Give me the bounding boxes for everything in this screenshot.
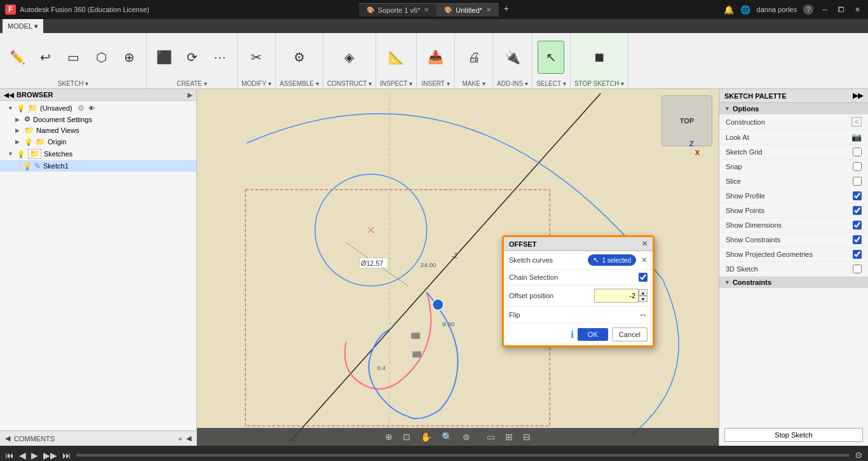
tab-soporte-close[interactable]: ✕: [424, 6, 429, 13]
palette-row-look-at[interactable]: Look At 📷: [719, 130, 868, 145]
canvas-btn-grid-toggle[interactable]: ⊞: [503, 432, 515, 442]
selected-badge[interactable]: ↖ 1 selected: [588, 254, 636, 266]
globe-icon[interactable]: 🌐: [740, 5, 750, 15]
clear-selection-btn[interactable]: ✕: [641, 256, 648, 265]
tree-item-origin[interactable]: ▶ 💡 📁 Origin: [0, 136, 196, 148]
3d-sketch-checkbox[interactable]: [853, 265, 862, 273]
tab-untitled-close[interactable]: ✕: [486, 6, 491, 13]
create-group-label[interactable]: CREATE ▾: [177, 80, 207, 87]
help-icon[interactable]: ?: [803, 4, 813, 15]
playbar-settings[interactable]: ⚙: [855, 450, 863, 460]
visibility-icon[interactable]: 👁: [88, 105, 95, 112]
palette-row-sketch-grid[interactable]: Sketch Grid: [719, 145, 868, 160]
dialog-close-icon[interactable]: ✕: [642, 240, 648, 248]
notifications-icon[interactable]: 🔔: [724, 5, 734, 15]
show-profile-checkbox[interactable]: [853, 191, 862, 200]
offset-spin-up[interactable]: ▲: [639, 289, 648, 296]
make-group-label[interactable]: MAKE ▾: [462, 80, 485, 87]
inspect-group-label[interactable]: INSPECT ▾: [380, 80, 412, 87]
palette-row-show-points[interactable]: Show Points: [719, 203, 868, 218]
addins-group-label[interactable]: ADD-INS ▾: [497, 80, 528, 87]
insert-group-label[interactable]: INSERT ▾: [421, 80, 449, 87]
palette-row-construction[interactable]: Construction <: [719, 114, 868, 130]
create-extrude-btn[interactable]: ⬛: [151, 41, 177, 74]
tree-item-sketch1[interactable]: 💡 ✎ Sketch1: [0, 160, 196, 172]
play-forward[interactable]: ▶: [31, 450, 38, 460]
browser-collapse-icon[interactable]: ◀◀: [4, 92, 14, 99]
canvas-btn-display[interactable]: ▭: [484, 432, 498, 442]
construct-btn[interactable]: ◈: [336, 41, 363, 74]
construct-group-label[interactable]: CONSTRUCT ▾: [327, 80, 372, 87]
inspect-btn[interactable]: 📐: [383, 41, 410, 74]
stopsketch-group-label[interactable]: STOP SKETCH ▾: [574, 80, 624, 87]
show-dimensions-checkbox[interactable]: [853, 221, 862, 230]
flip-icon[interactable]: ↔: [639, 310, 648, 320]
tab-soporte[interactable]: 🎨 Soporte 1 v6* ✕: [359, 3, 437, 17]
constraints-section-header[interactable]: ▼ Constraints: [719, 277, 868, 288]
play-back[interactable]: ◀: [19, 450, 26, 460]
view-cube[interactable]: TOP: [661, 95, 712, 146]
win-maximize[interactable]: ⧠: [835, 6, 847, 14]
modify-btn[interactable]: ✂: [243, 41, 270, 74]
palette-row-slice[interactable]: Slice: [719, 174, 868, 189]
ok-button[interactable]: OK: [578, 328, 608, 341]
select-btn[interactable]: ↖: [538, 41, 564, 74]
cancel-button[interactable]: Cancel: [612, 327, 648, 341]
tree-item-sketches[interactable]: ▼ 💡 📁 Sketches: [0, 148, 196, 160]
sketch-circle-btn[interactable]: ⊕: [116, 41, 142, 74]
create-revolve-btn[interactable]: ⟳: [179, 41, 205, 74]
construction-icon[interactable]: <: [851, 117, 862, 127]
sketch-create-btn[interactable]: ✏️: [4, 41, 31, 74]
canvas-btn-origin[interactable]: ⊕: [383, 432, 395, 442]
modify-group-label[interactable]: MODIFY ▾: [241, 80, 271, 87]
assemble-btn[interactable]: ⚙: [286, 41, 313, 74]
look-at-icon[interactable]: 📷: [851, 132, 862, 142]
tree-item-doc-settings[interactable]: ▶ ⚙ Document Settings: [0, 114, 196, 125]
new-tab-btn[interactable]: +: [499, 3, 514, 17]
insert-btn[interactable]: 📥: [423, 41, 449, 74]
sketch-rect-btn[interactable]: ▭: [60, 41, 86, 74]
sketch-poly-btn[interactable]: ⬡: [88, 41, 114, 74]
assemble-group-label[interactable]: ASSEMBLE ▾: [280, 80, 319, 87]
timeline-track[interactable]: [76, 454, 850, 457]
toolbar-tab-model[interactable]: MODEL ▾: [3, 19, 43, 33]
win-close[interactable]: ✕: [852, 6, 863, 14]
canvas-btn-fit[interactable]: ⊡: [400, 432, 413, 442]
addins-btn[interactable]: 🔌: [499, 41, 526, 74]
options-section-header[interactable]: ▼ Options: [719, 103, 868, 114]
sketch-group-label[interactable]: SKETCH ▾: [58, 80, 88, 87]
snap-checkbox[interactable]: [853, 162, 862, 171]
sketch-undo-btn[interactable]: ↩: [32, 41, 58, 74]
palette-row-3d-sketch[interactable]: 3D Sketch: [719, 262, 868, 277]
canvas-btn-pan[interactable]: ✋: [418, 432, 434, 442]
play-to-start[interactable]: ⏮: [5, 450, 14, 460]
chain-selection-checkbox[interactable]: [639, 273, 648, 282]
win-minimize[interactable]: ─: [820, 6, 830, 14]
palette-row-show-profile[interactable]: Show Profile: [719, 189, 868, 203]
info-icon[interactable]: ℹ: [571, 329, 574, 340]
show-points-checkbox[interactable]: [853, 206, 862, 215]
canvas-btn-orbit[interactable]: ⊚: [460, 432, 473, 442]
stop-sketch-btn[interactable]: Stop Sketch: [724, 428, 863, 442]
select-group-label[interactable]: SELECT ▾: [536, 80, 566, 87]
palette-row-show-dimensions[interactable]: Show Dimensions: [719, 218, 868, 233]
palette-row-show-projected[interactable]: Show Projected Geometries: [719, 247, 868, 262]
sketch-grid-checkbox[interactable]: [853, 148, 862, 156]
palette-row-snap[interactable]: Snap: [719, 160, 868, 174]
canvas-area[interactable]: Ø12.57 24.00 9.00 0.4 -2 TOP Z X: [197, 89, 719, 446]
tree-item-unsaved[interactable]: ▼ 💡 📁 (Unsaved) ⚙ 👁: [0, 102, 196, 114]
offset-position-input[interactable]: [594, 289, 639, 303]
canvas-btn-zoom[interactable]: 🔍: [439, 432, 455, 442]
create-more-btn[interactable]: ⋯: [207, 41, 233, 74]
tree-item-named-views[interactable]: ▶ 📁 Named Views: [0, 125, 196, 136]
offset-spin-down[interactable]: ▼: [639, 296, 648, 302]
canvas-btn-more[interactable]: ⊟: [520, 432, 533, 442]
comments-expand[interactable]: ◀: [5, 434, 10, 443]
show-projected-checkbox[interactable]: [853, 250, 862, 259]
play-fast-fwd[interactable]: ▶▶: [43, 450, 57, 460]
make-btn[interactable]: 🖨: [461, 41, 487, 74]
palette-expand-icon[interactable]: ▶▶: [853, 92, 863, 100]
comments-collapse-btn[interactable]: ◀: [186, 434, 191, 443]
show-constraints-checkbox[interactable]: [853, 235, 862, 244]
stopsketch-btn[interactable]: ⏹: [586, 41, 613, 74]
